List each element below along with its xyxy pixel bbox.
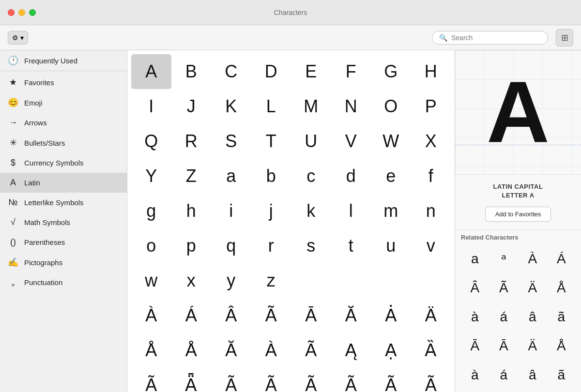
grid-view-button[interactable]: ⊞ [556,29,573,46]
minimize-button[interactable] [18,9,25,16]
char-cell[interactable]: Ȧ [371,298,411,333]
char-cell[interactable]: Ã [131,368,171,392]
char-cell[interactable]: n [411,194,451,228]
char-cell[interactable]: H [411,54,451,89]
related-char-cell[interactable]: Ä [519,332,547,360]
char-cell[interactable]: U [291,124,331,159]
char-cell[interactable]: Ạ [371,333,411,368]
sidebar-item-favorites[interactable]: ★Favorites [0,72,127,92]
char-cell[interactable]: W [371,124,411,159]
char-cell[interactable]: Ä [411,298,451,333]
char-cell[interactable]: Ã [291,368,331,392]
sidebar-item-arrows[interactable]: →Arrows [0,113,127,133]
sidebar-item-latin[interactable]: ALatin [0,173,127,193]
char-cell[interactable]: Ȁ [411,333,451,368]
char-cell[interactable]: o [131,228,171,263]
char-cell[interactable]: V [331,124,371,159]
char-cell[interactable]: l [331,194,371,228]
char-cell[interactable]: S [211,124,251,159]
char-cell[interactable]: m [371,194,411,228]
search-input[interactable] [451,34,541,42]
char-cell[interactable]: N [331,89,371,124]
char-cell[interactable]: z [251,263,291,298]
char-cell[interactable]: Ã [251,298,291,333]
sidebar-item-currency-symbols[interactable]: $Currency Symbols [0,153,127,173]
related-char-cell[interactable]: à [461,303,489,331]
char-cell[interactable]: D [251,54,291,89]
sidebar-item-punctuation[interactable]: „Punctuation [0,272,127,292]
related-char-cell[interactable]: Ã [490,274,518,302]
char-cell[interactable]: q [211,228,251,263]
char-cell[interactable]: h [171,194,212,228]
char-cell[interactable]: I [131,89,171,124]
related-char-cell[interactable]: ã [548,361,576,389]
sidebar-item-letterlike-symbols[interactable]: №Letterlike Symbols [0,193,127,212]
char-cell[interactable]: Y [131,159,171,194]
char-cell[interactable]: y [211,263,251,298]
char-cell[interactable]: C [211,54,251,89]
related-char-cell[interactable]: Å [548,274,576,302]
gear-button[interactable]: ⚙ ▾ [8,31,28,45]
related-char-cell[interactable]: â [519,303,547,331]
char-cell[interactable]: B [171,54,212,89]
char-cell[interactable]: j [251,194,291,228]
char-cell[interactable]: t [331,228,371,263]
sidebar-item-parentheses[interactable]: ()Parentheses [0,232,127,252]
char-cell[interactable]: i [211,194,251,228]
char-cell[interactable]: A [131,54,171,89]
char-cell[interactable]: L [251,89,291,124]
char-cell[interactable]: c [291,159,331,194]
char-cell[interactable] [371,263,411,298]
char-cell[interactable]: Ã [331,368,371,392]
char-cell[interactable]: Ă [331,298,371,333]
char-cell[interactable]: Ã [251,368,291,392]
char-cell[interactable]: p [171,228,212,263]
related-char-cell[interactable]: ã [548,303,576,331]
char-cell[interactable]: Ā [291,298,331,333]
char-cell[interactable]: Â [211,298,251,333]
add-to-favorites-button[interactable]: Add to Favorites [485,207,551,222]
char-cell[interactable]: Å [131,333,171,368]
char-grid-area[interactable]: ABCDEFGHIJKLMNOPQRSTUVWXYZabcdefghijklmn… [127,50,455,392]
char-cell[interactable]: b [251,159,291,194]
related-char-cell[interactable]: ᵃ [490,245,518,273]
char-cell[interactable]: Z [171,159,212,194]
char-cell[interactable]: Å [171,333,212,368]
maximize-button[interactable] [29,9,36,16]
char-cell[interactable]: O [371,89,411,124]
related-char-cell[interactable]: á [490,361,518,389]
char-cell[interactable]: À [251,333,291,368]
char-cell[interactable]: g [131,194,171,228]
char-cell[interactable]: Ã [211,368,251,392]
related-char-cell[interactable]: Â [461,274,489,302]
char-cell[interactable]: Á [171,298,212,333]
char-cell[interactable]: x [171,263,212,298]
char-cell[interactable]: P [411,89,451,124]
char-cell[interactable]: Ã [291,333,331,368]
related-char-cell[interactable]: Ä [519,274,547,302]
char-cell[interactable]: T [251,124,291,159]
char-cell[interactable]: u [371,228,411,263]
char-cell[interactable]: Q [131,124,171,159]
char-cell[interactable]: À [131,298,171,333]
related-char-cell[interactable]: Å [548,332,576,360]
char-cell[interactable] [411,263,451,298]
char-cell[interactable]: r [251,228,291,263]
char-cell[interactable]: R [171,124,212,159]
char-cell[interactable]: G [371,54,411,89]
sidebar-item-bullets-stars[interactable]: ✳Bullets/Stars [0,133,127,153]
related-char-cell[interactable]: a [461,245,489,273]
char-cell[interactable]: Ą [331,333,371,368]
char-cell[interactable]: Ã [411,368,451,392]
related-char-cell[interactable]: Ā [461,332,489,360]
related-char-cell[interactable]: à [461,361,489,389]
sidebar-item-emoji[interactable]: 😊Emoji [0,92,127,113]
char-cell[interactable]: e [371,159,411,194]
related-char-cell[interactable]: À [519,245,547,273]
char-cell[interactable] [331,263,371,298]
char-cell[interactable]: f [411,159,451,194]
sidebar-item-math-symbols[interactable]: √Math Symbols [0,212,127,232]
char-cell[interactable]: a [211,159,251,194]
close-button[interactable] [8,9,15,16]
char-cell[interactable]: M [291,89,331,124]
